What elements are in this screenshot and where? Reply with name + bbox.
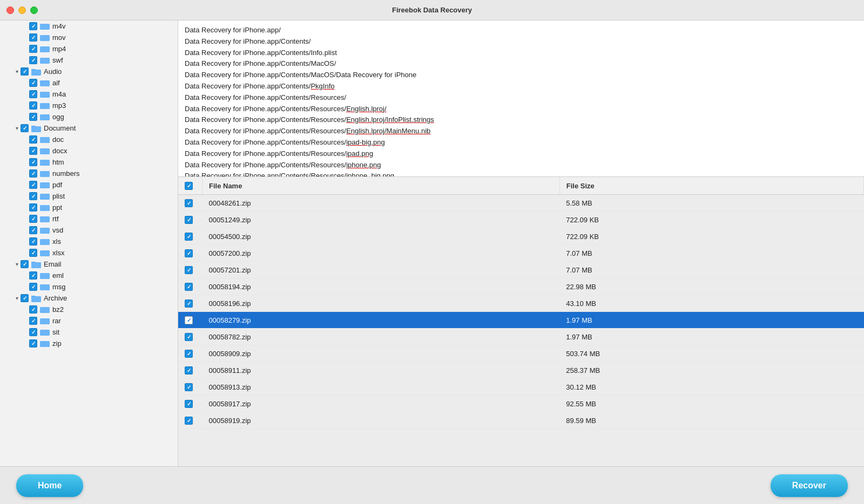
row-checkbox-icon[interactable] bbox=[185, 350, 193, 358]
sidebar-item-plist[interactable]: plist bbox=[0, 190, 178, 202]
maximize-button[interactable] bbox=[30, 6, 38, 14]
table-row[interactable]: 00058919.zip89.59 MB bbox=[178, 412, 864, 429]
row-checkbox-icon[interactable] bbox=[185, 233, 193, 241]
sidebar-item-ogg[interactable]: ogg bbox=[0, 111, 178, 122]
sidebar-item-xlsx[interactable]: xlsx bbox=[0, 247, 178, 258]
row-checkbox-r5[interactable] bbox=[178, 262, 202, 278]
row-checkbox-r4[interactable] bbox=[178, 245, 202, 262]
recover-button[interactable]: Recover bbox=[771, 474, 848, 497]
sidebar-item-doc[interactable]: doc bbox=[0, 134, 178, 145]
row-checkbox-r2[interactable] bbox=[178, 212, 202, 228]
checkbox-bz2[interactable] bbox=[29, 305, 37, 314]
checkbox-rar[interactable] bbox=[29, 317, 37, 325]
checkbox-aif[interactable] bbox=[29, 79, 37, 87]
checkbox-audio[interactable] bbox=[21, 67, 29, 76]
checkbox-m4a[interactable] bbox=[29, 90, 37, 98]
sidebar-item-mov[interactable]: mov bbox=[0, 32, 178, 43]
row-checkbox-r6[interactable] bbox=[178, 278, 202, 295]
sidebar-item-archive[interactable]: ▾ Archive bbox=[0, 292, 178, 304]
table-row[interactable]: 00058917.zip92.55 MB bbox=[178, 396, 864, 412]
row-checkbox-r9[interactable] bbox=[178, 329, 202, 345]
row-checkbox-r12[interactable] bbox=[178, 379, 202, 396]
row-checkbox-r13[interactable] bbox=[178, 396, 202, 412]
row-checkbox-icon[interactable] bbox=[185, 316, 193, 324]
checkbox-htm[interactable] bbox=[29, 158, 37, 166]
table-header-checkbox[interactable] bbox=[178, 177, 202, 195]
sidebar-item-rar[interactable]: rar bbox=[0, 315, 178, 326]
table-row[interactable]: 00057201.zip7.07 MB bbox=[178, 262, 864, 278]
checkbox-numbers[interactable] bbox=[29, 169, 37, 178]
checkbox-pdf[interactable] bbox=[29, 181, 37, 189]
table-row[interactable]: 00058913.zip30.12 MB bbox=[178, 379, 864, 396]
checkbox-sit[interactable] bbox=[29, 328, 37, 336]
row-checkbox-icon[interactable] bbox=[185, 417, 193, 425]
table-row[interactable]: 00051249.zip722.09 KB bbox=[178, 212, 864, 228]
table-row[interactable]: 00058279.zip1.97 MB bbox=[178, 312, 864, 329]
checkbox-msg[interactable] bbox=[29, 283, 37, 291]
checkbox-swf[interactable] bbox=[29, 56, 37, 64]
checkbox-plist[interactable] bbox=[29, 192, 37, 200]
sidebar-item-sit[interactable]: sit bbox=[0, 326, 178, 338]
checkbox-docx[interactable] bbox=[29, 147, 37, 155]
table-row[interactable]: 00048261.zip5.58 MB bbox=[178, 195, 864, 212]
table-row[interactable]: 00058909.zip503.74 MB bbox=[178, 345, 864, 362]
sidebar-item-zip[interactable]: zip bbox=[0, 338, 178, 349]
row-checkbox-icon[interactable] bbox=[185, 333, 193, 341]
row-checkbox-r3[interactable] bbox=[178, 228, 202, 245]
row-checkbox-r14[interactable] bbox=[178, 412, 202, 429]
sidebar-item-msg[interactable]: msg bbox=[0, 281, 178, 292]
row-checkbox-r8[interactable] bbox=[178, 312, 202, 329]
sidebar-item-m4a[interactable]: m4a bbox=[0, 88, 178, 100]
sidebar-item-aif[interactable]: aif bbox=[0, 77, 178, 88]
table-row[interactable]: 00058782.zip1.97 MB bbox=[178, 329, 864, 345]
row-checkbox-r10[interactable] bbox=[178, 345, 202, 362]
checkbox-vsd[interactable] bbox=[29, 226, 37, 234]
checkbox-ppt[interactable] bbox=[29, 203, 37, 212]
row-checkbox-r11[interactable] bbox=[178, 362, 202, 379]
file-table-container[interactable]: File Name File Size 00048261.zip5.58 MB0… bbox=[178, 177, 864, 504]
checkbox-zip[interactable] bbox=[29, 339, 37, 348]
table-row[interactable]: 00058196.zip43.10 MB bbox=[178, 295, 864, 312]
sidebar-item-audio[interactable]: ▾ Audio bbox=[0, 66, 178, 77]
sidebar-item-eml[interactable]: eml bbox=[0, 270, 178, 281]
sidebar-item-email[interactable]: ▾ Email bbox=[0, 258, 178, 270]
sidebar-item-mp3[interactable]: mp3 bbox=[0, 100, 178, 111]
sidebar-item-numbers[interactable]: numbers bbox=[0, 168, 178, 179]
checkbox-mov[interactable] bbox=[29, 33, 37, 42]
row-checkbox-icon[interactable] bbox=[185, 283, 193, 291]
checkbox-mp3[interactable] bbox=[29, 101, 37, 110]
checkbox-archive[interactable] bbox=[21, 294, 29, 302]
checkbox-document[interactable] bbox=[21, 124, 29, 132]
sidebar-item-docx[interactable]: docx bbox=[0, 145, 178, 156]
sidebar-item-ppt[interactable]: ppt bbox=[0, 202, 178, 213]
minimize-button[interactable] bbox=[18, 6, 26, 14]
row-checkbox-icon[interactable] bbox=[185, 249, 193, 257]
checkbox-ogg[interactable] bbox=[29, 113, 37, 121]
row-checkbox-icon[interactable] bbox=[185, 366, 193, 374]
row-checkbox-icon[interactable] bbox=[185, 400, 193, 408]
checkbox-doc[interactable] bbox=[29, 135, 37, 144]
table-row[interactable]: 00054500.zip722.09 KB bbox=[178, 228, 864, 245]
row-checkbox-icon[interactable] bbox=[185, 383, 193, 391]
sidebar-item-htm[interactable]: htm bbox=[0, 156, 178, 168]
sidebar-item-m4v[interactable]: m4v bbox=[0, 21, 178, 32]
sidebar-item-document[interactable]: ▾ Document bbox=[0, 122, 178, 134]
sidebar-item-vsd[interactable]: vsd bbox=[0, 224, 178, 236]
table-row[interactable]: 00058911.zip258.37 MB bbox=[178, 362, 864, 379]
row-checkbox-r1[interactable] bbox=[178, 195, 202, 212]
checkbox-rtf[interactable] bbox=[29, 215, 37, 223]
checkbox-mp4[interactable] bbox=[29, 45, 37, 53]
select-all-checkbox[interactable] bbox=[185, 182, 193, 190]
checkbox-xls[interactable] bbox=[29, 237, 37, 246]
row-checkbox-icon[interactable] bbox=[185, 216, 193, 224]
checkbox-eml[interactable] bbox=[29, 271, 37, 280]
row-checkbox-icon[interactable] bbox=[185, 299, 193, 308]
close-button[interactable] bbox=[6, 6, 14, 14]
table-row[interactable]: 00058194.zip22.98 MB bbox=[178, 278, 864, 295]
checkbox-email[interactable] bbox=[21, 260, 29, 268]
row-checkbox-icon[interactable] bbox=[185, 199, 193, 207]
row-checkbox-icon[interactable] bbox=[185, 266, 193, 274]
checkbox-xlsx[interactable] bbox=[29, 249, 37, 257]
sidebar-item-mp4[interactable]: mp4 bbox=[0, 43, 178, 55]
checkbox-m4v[interactable] bbox=[29, 22, 37, 30]
